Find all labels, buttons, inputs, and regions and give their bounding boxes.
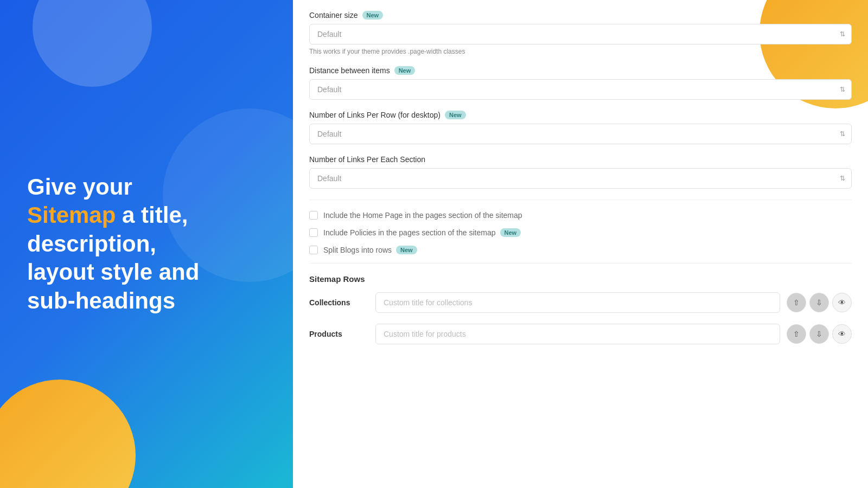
headline-highlight: Sitemap (27, 202, 116, 228)
sitemap-rows-title: Sitemap Rows (309, 274, 852, 284)
include-policies-checkbox[interactable] (309, 228, 318, 237)
products-up-button[interactable]: ⇧ (787, 324, 806, 344)
collections-input[interactable] (375, 292, 780, 313)
include-home-checkbox[interactable] (309, 211, 318, 220)
products-btn-group: ⇧ ⇩ 👁 (787, 324, 852, 344)
links-per-section-select[interactable]: Default (309, 168, 852, 189)
container-size-section: Container size New Default ⇅ This works … (309, 11, 852, 55)
include-policies-label: Include Policies in the pages section of… (323, 228, 521, 237)
products-input[interactable] (375, 324, 780, 344)
products-down-button[interactable]: ⇩ (809, 324, 829, 344)
distance-section: Distance between items New Default ⇅ (309, 66, 852, 100)
products-sitemap-row: Products ⇧ ⇩ 👁 (309, 324, 852, 344)
collections-up-button[interactable]: ⇧ (787, 293, 806, 312)
divider-2 (309, 263, 852, 264)
distance-label: Distance between items New (309, 66, 852, 75)
container-size-badge: New (362, 11, 384, 20)
products-row-label: Products (309, 330, 369, 338)
right-panel: Container size New Default ⇅ This works … (293, 0, 868, 488)
headline-part1: Give your (27, 174, 132, 200)
links-per-row-select-wrapper: Default ⇅ (309, 124, 852, 144)
collections-row-label: Collections (309, 298, 369, 307)
include-home-label: Include the Home Page in the pages secti… (323, 211, 522, 220)
collections-down-button[interactable]: ⇩ (809, 293, 829, 312)
split-blogs-checkbox[interactable] (309, 246, 318, 254)
container-size-label: Container size New (309, 11, 852, 20)
container-size-select[interactable]: Default (309, 24, 852, 44)
form-container: Container size New Default ⇅ This works … (293, 0, 868, 366)
container-size-help: This works if your theme provides .page-… (309, 48, 852, 55)
decorative-circle-top-left (33, 0, 152, 87)
container-size-select-wrapper: Default ⇅ (309, 24, 852, 44)
split-blogs-row: Split Blogs into rows New (309, 246, 852, 254)
distance-select-wrapper: Default ⇅ (309, 79, 852, 100)
left-panel: Give your Sitemap a title,description,la… (0, 0, 293, 488)
split-blogs-badge: New (396, 246, 417, 254)
links-per-section-section: Number of Links Per Each Section Default… (309, 155, 852, 189)
products-visibility-button[interactable]: 👁 (832, 324, 852, 344)
distance-badge: New (394, 66, 416, 75)
distance-select[interactable]: Default (309, 79, 852, 100)
links-per-row-badge: New (445, 111, 466, 119)
include-home-row: Include the Home Page in the pages secti… (309, 211, 852, 220)
collections-btn-group: ⇧ ⇩ 👁 (787, 293, 852, 312)
links-per-row-select[interactable]: Default (309, 124, 852, 144)
collections-sitemap-row: Collections ⇧ ⇩ 👁 (309, 292, 852, 313)
decorative-circle-bottom-left (0, 380, 136, 488)
links-per-row-label: Number of Links Per Row (for desktop) Ne… (309, 111, 852, 119)
links-per-section-label: Number of Links Per Each Section (309, 155, 852, 164)
divider-1 (309, 200, 852, 200)
links-per-section-select-wrapper: Default ⇅ (309, 168, 852, 189)
hero-text: Give your Sitemap a title,description,la… (27, 173, 199, 316)
links-per-row-section: Number of Links Per Row (for desktop) Ne… (309, 111, 852, 144)
collections-visibility-button[interactable]: 👁 (832, 293, 852, 312)
split-blogs-label: Split Blogs into rows New (323, 246, 417, 254)
include-policies-row: Include Policies in the pages section of… (309, 228, 852, 237)
include-policies-badge: New (500, 228, 521, 237)
